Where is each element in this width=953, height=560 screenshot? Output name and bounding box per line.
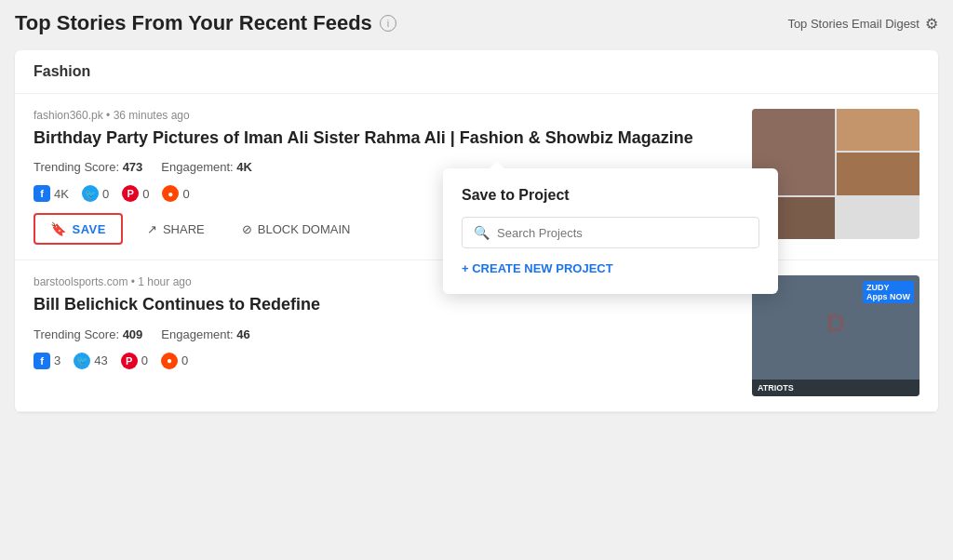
- block-icon-1: ⊘: [242, 222, 252, 236]
- twitter-share-2: 🐦 43: [74, 353, 107, 369]
- email-digest-label: Top Stories Email Digest: [787, 17, 919, 31]
- search-projects-field[interactable]: 🔍: [462, 217, 759, 248]
- social-shares-2: f 3 🐦 43 P 0 ● 0: [34, 353, 737, 369]
- twitter-icon-2: 🐦: [74, 353, 90, 369]
- create-project-button[interactable]: + CREATE NEW PROJECT: [462, 261, 613, 275]
- story-time-2: 1 hour ago: [138, 275, 191, 288]
- email-digest-link[interactable]: Top Stories Email Digest ⚙: [787, 15, 938, 33]
- story-meta-1: fashion360.pk • 36 minutes ago: [34, 109, 737, 122]
- story-stats-2: Trending Score: 409 Engagement: 46: [34, 327, 737, 341]
- section-title: Fashion: [15, 50, 938, 94]
- reddit-share-1: ● 0: [162, 185, 189, 202]
- block-button-1[interactable]: ⊘ BLOCK DOMAIN: [229, 216, 364, 243]
- pinterest-icon-1: P: [122, 185, 139, 202]
- facebook-icon-2: f: [34, 353, 50, 369]
- story-time-1: 36 minutes ago: [114, 109, 190, 122]
- facebook-icon-1: f: [34, 185, 50, 202]
- fashion-section: Fashion fashion360.pk • 36 minutes ago B…: [15, 50, 938, 412]
- engagement-label-2: Engagement: 46: [161, 327, 249, 341]
- title-group: Top Stories From Your Recent Feeds i: [15, 11, 396, 35]
- engagement-label-1: Engagement: 4K: [161, 160, 252, 174]
- save-dropdown-title: Save to Project: [462, 187, 759, 204]
- facebook-share-1: f 4K: [34, 185, 69, 202]
- share-icon-1: ↗: [147, 222, 157, 236]
- thumb-bottom-text: ATRIOTS: [752, 380, 919, 396]
- story-source-2: barstoolsports.com: [34, 275, 128, 288]
- reddit-icon-1: ●: [162, 185, 179, 202]
- info-icon[interactable]: i: [380, 15, 396, 32]
- trending-label-1: Trending Score: 473: [34, 160, 142, 174]
- story-separator-1: •: [106, 109, 114, 122]
- save-dropdown: Save to Project 🔍 + CREATE NEW PROJECT: [443, 168, 778, 294]
- reddit-icon-2: ●: [161, 353, 178, 369]
- twitter-icon-1: 🐦: [82, 185, 99, 202]
- gear-icon[interactable]: ⚙: [925, 15, 938, 33]
- page-title: Top Stories From Your Recent Feeds: [15, 11, 372, 35]
- story-title-1[interactable]: Birthday Party Pictures of Iman Ali Sist…: [34, 127, 737, 149]
- share-button-1[interactable]: ↗ SHARE: [134, 216, 218, 243]
- thumb-overlay-text: ZUDYApps NOW: [863, 281, 914, 303]
- search-projects-input[interactable]: [497, 226, 747, 240]
- story-item: fashion360.pk • 36 minutes ago Birthday …: [15, 94, 938, 260]
- story-thumbnail-2: ZUDYApps NOW D ATRIOTS: [752, 275, 919, 396]
- search-icon: 🔍: [474, 225, 490, 240]
- trending-label-2: Trending Score: 409: [34, 327, 142, 341]
- thumb-cell-2: [837, 109, 919, 151]
- pinterest-share-1: P 0: [122, 185, 149, 202]
- bookmark-icon-1: 🔖: [50, 221, 67, 236]
- reddit-share-2: ● 0: [161, 353, 188, 369]
- save-button-1[interactable]: 🔖 SAVE: [34, 213, 123, 245]
- dunkin-text: D: [826, 309, 845, 339]
- story-title-2[interactable]: Bill Belichick Continues to Redefine: [34, 294, 737, 315]
- pinterest-icon-2: P: [121, 353, 138, 369]
- story-source-1: fashion360.pk: [34, 109, 103, 122]
- page-header: Top Stories From Your Recent Feeds i Top…: [15, 11, 938, 35]
- thumb-cell-3: [837, 153, 919, 194]
- facebook-share-2: f 3: [34, 353, 60, 369]
- pinterest-share-2: P 0: [121, 353, 148, 369]
- twitter-share-1: 🐦 0: [82, 185, 109, 202]
